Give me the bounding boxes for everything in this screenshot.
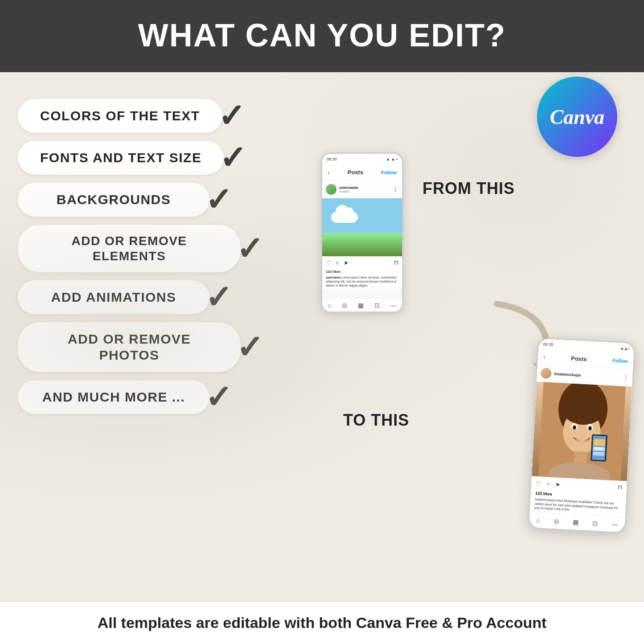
pill-label: BACKGROUNDS bbox=[57, 192, 171, 208]
status-time: 08:30 bbox=[543, 342, 553, 347]
pill-backgrounds: BACKGROUNDS bbox=[18, 183, 209, 217]
comment-icon[interactable]: ○ bbox=[336, 259, 339, 266]
checkmark-icon: ✓ bbox=[205, 184, 232, 216]
list-item: ADD OR REMOVE ELEMENTS ✓ bbox=[18, 225, 294, 272]
header: WHAT CAN YOU EDIT? bbox=[0, 0, 644, 72]
phone-from-mockup: 08:30 ▲ ▲ ▪ ‹ Posts Follow username bbox=[321, 152, 403, 313]
avatar bbox=[326, 184, 336, 195]
list-item: COLORS OF THE TEXT ✓ bbox=[18, 99, 294, 133]
page-wrapper: WHAT CAN YOU EDIT? COLORS OF THE TEXT ✓ … bbox=[0, 0, 644, 644]
heart-icon[interactable]: ♡ bbox=[536, 480, 541, 487]
list-item: AND MUCH MORE ... ✓ bbox=[18, 380, 294, 414]
home-icon[interactable]: ⌂ bbox=[536, 517, 540, 524]
pill-label: ADD ANIMATIONS bbox=[51, 289, 176, 305]
canva-logo-text: Canva bbox=[550, 105, 605, 129]
footer: All templates are editable with both Can… bbox=[0, 601, 644, 644]
more-options-icon[interactable]: ⋮ bbox=[392, 186, 398, 193]
pill-label: COLORS OF THE TEXT bbox=[40, 108, 200, 124]
pill-label: ADD OR REMOVE ELEMENTS bbox=[40, 234, 218, 263]
phone-to-screen: 08:30 ▲▲▪ ‹ Posts Follow instamockups bbox=[529, 339, 634, 533]
bookmark-icon[interactable]: ⊓ bbox=[618, 484, 623, 491]
phone-username: instamockups bbox=[554, 371, 581, 377]
phone-user-row: username location ⋮ bbox=[322, 180, 402, 198]
phone-likes: 123 likes bbox=[322, 269, 402, 275]
checkmark-icon: ✓ bbox=[219, 142, 246, 174]
caption-username: username bbox=[326, 276, 340, 279]
pill-more: AND MUCH MORE ... bbox=[18, 380, 209, 414]
footer-text: All templates are editable with both Can… bbox=[0, 614, 644, 632]
avatar bbox=[541, 368, 552, 379]
left-column: COLORS OF THE TEXT ✓ FONTS AND TEXT SIZE… bbox=[0, 90, 294, 601]
phone-location: location bbox=[339, 190, 358, 193]
phone-from-screen: 08:30 ▲ ▲ ▪ ‹ Posts Follow username bbox=[322, 154, 402, 312]
to-this-label: TO THIS bbox=[343, 411, 409, 430]
status-icons: ▲▲▪ bbox=[620, 346, 630, 351]
search-icon[interactable]: ◎ bbox=[342, 302, 347, 309]
profile-icon[interactable]: — bbox=[611, 521, 618, 528]
checkmark-icon: ✓ bbox=[236, 331, 263, 363]
share-icon[interactable]: ➤ bbox=[555, 481, 561, 488]
phone-bottom-nav: ⌂ ◎ ▦ ⊡ — bbox=[322, 298, 402, 312]
woman-photo bbox=[532, 381, 632, 481]
list-item: FONTS AND TEXT SIZE ✓ bbox=[18, 141, 294, 175]
pill-colors-text: COLORS OF THE TEXT bbox=[18, 99, 222, 133]
reel-icon[interactable]: ⊡ bbox=[374, 302, 380, 309]
phone-username-col: instamockups bbox=[554, 371, 581, 377]
back-arrow-icon[interactable]: ‹ bbox=[328, 169, 330, 176]
more-options-icon[interactable]: ⋮ bbox=[623, 373, 629, 381]
canva-logo: Canva bbox=[537, 77, 617, 157]
share-icon[interactable]: ➤ bbox=[344, 259, 349, 266]
phone-caption: username Lorem ipsum dolor sit amet, con… bbox=[322, 275, 402, 289]
pill-photos: ADD OR REMOVE PHOTOS bbox=[18, 322, 241, 372]
checkmark-icon: ✓ bbox=[218, 100, 245, 132]
add-icon[interactable]: ▦ bbox=[358, 302, 364, 309]
nav-posts-label: Posts bbox=[571, 355, 587, 362]
bookmark-icon[interactable]: ⊓ bbox=[394, 259, 398, 266]
pill-label: AND MUCH MORE ... bbox=[42, 389, 185, 405]
home-icon[interactable]: ⌂ bbox=[328, 302, 331, 309]
svg-rect-13 bbox=[593, 439, 605, 446]
phone-actions: ♡ ○ ➤ ⊓ bbox=[322, 256, 402, 269]
phone-post-image bbox=[322, 198, 402, 256]
phone-username-col: username location bbox=[339, 185, 358, 193]
search-icon[interactable]: ◎ bbox=[554, 517, 559, 525]
back-arrow-icon[interactable]: ‹ bbox=[543, 353, 546, 360]
add-icon[interactable]: ▦ bbox=[573, 518, 579, 526]
phone-to-mockup: 08:30 ▲▲▪ ‹ Posts Follow instamockups bbox=[528, 337, 636, 534]
svg-rect-14 bbox=[593, 447, 604, 451]
main-content: COLORS OF THE TEXT ✓ FONTS AND TEXT SIZE… bbox=[0, 72, 644, 601]
pill-fonts: FONTS AND TEXT SIZE bbox=[18, 141, 224, 175]
pill-label: ADD OR REMOVE PHOTOS bbox=[40, 331, 218, 363]
pill-animations: ADD ANIMATIONS bbox=[18, 280, 209, 314]
checkmark-icon: ✓ bbox=[205, 381, 232, 413]
status-time: 08:30 bbox=[327, 157, 337, 161]
list-item: ADD ANIMATIONS ✓ bbox=[18, 280, 294, 314]
right-column: Canva FROM THIS 08:30 ▲ ▲ ▪ ‹ Posts Foll bbox=[294, 90, 644, 601]
list-item: BACKGROUNDS ✓ bbox=[18, 183, 294, 217]
phone-status-bar: 08:30 ▲ ▲ ▪ bbox=[322, 154, 402, 164]
page-title: WHAT CAN YOU EDIT? bbox=[0, 17, 644, 53]
checkmark-icon: ✓ bbox=[236, 233, 263, 265]
profile-icon[interactable]: — bbox=[390, 302, 397, 309]
from-this-label: FROM THIS bbox=[422, 179, 515, 198]
pill-label: FONTS AND TEXT SIZE bbox=[40, 150, 201, 166]
pill-elements: ADD OR REMOVE ELEMENTS bbox=[18, 225, 241, 272]
cloud-decoration bbox=[331, 212, 358, 223]
phone-to-post-image bbox=[532, 381, 632, 481]
status-icons: ▲ ▲ ▪ bbox=[386, 157, 398, 161]
nav-posts-label: Posts bbox=[348, 169, 363, 176]
reel-icon[interactable]: ⊡ bbox=[592, 520, 598, 527]
phone-username: username bbox=[339, 185, 358, 190]
follow-button[interactable]: Follow bbox=[381, 170, 397, 175]
svg-rect-15 bbox=[593, 451, 604, 455]
comment-icon[interactable]: ○ bbox=[546, 480, 550, 487]
follow-button[interactable]: Follow bbox=[612, 357, 628, 364]
phone-nav-bar: ‹ Posts Follow bbox=[322, 164, 402, 180]
heart-icon[interactable]: ♡ bbox=[326, 259, 331, 266]
list-item: ADD OR REMOVE PHOTOS ✓ bbox=[18, 322, 294, 372]
checkmark-icon: ✓ bbox=[205, 281, 232, 313]
